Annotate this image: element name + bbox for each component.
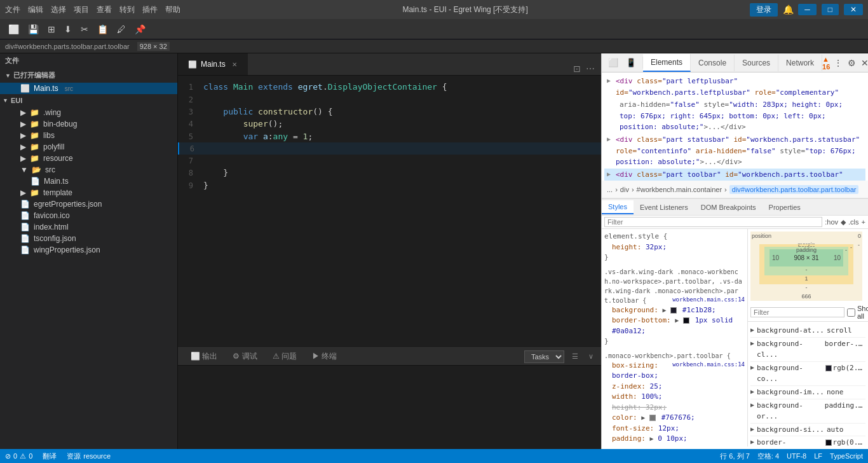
toolbar-btn-1[interactable]: ⬜: [5, 23, 22, 36]
devtools-settings-btn[interactable]: ⚙: [846, 57, 857, 69]
sidebar-file-index[interactable]: 📄 index.html: [0, 221, 177, 233]
prop-expand-7[interactable]: ▶: [750, 437, 754, 446]
devtools-tab-sources[interactable]: Sources: [735, 55, 778, 71]
status-language[interactable]: TypeScript: [830, 452, 863, 461]
maximize-button[interactable]: □: [822, 4, 839, 15]
menu-help[interactable]: 帮助: [165, 4, 180, 15]
bottom-tab-terminal[interactable]: ▶ 终端: [304, 349, 344, 364]
sidebar-folder-template[interactable]: ▶ 📁 template: [0, 187, 177, 198]
tasks-select[interactable]: Tasks: [524, 350, 564, 363]
login-button[interactable]: 登录: [750, 3, 778, 17]
expand-tri-padding[interactable]: ▶: [650, 435, 654, 442]
breadcrumb-item-4[interactable]: div#workbench.parts.toolbar.part.toolbar: [729, 185, 859, 194]
sidebar-open-editors[interactable]: ▼ 已打开编辑器: [0, 68, 177, 83]
menu-plugins[interactable]: 插件: [142, 4, 158, 15]
sidebar-folder-src[interactable]: ▼ 📂 src: [0, 164, 177, 176]
add-btn[interactable]: +: [862, 218, 865, 226]
status-resource[interactable]: 资源 resource: [67, 452, 111, 461]
split-editor-button[interactable]: ⊡: [572, 62, 582, 75]
prop-expand-1[interactable]: ▶: [750, 325, 754, 336]
sidebar-file-tsconfig[interactable]: 📄 tsconfig.json: [0, 233, 177, 244]
show-all-checkbox[interactable]: [847, 308, 855, 317]
expand-tri-color[interactable]: ▶: [641, 414, 645, 421]
prop-expand-6[interactable]: ▶: [750, 424, 754, 436]
html-line-2[interactable]: ▶ <div class="part statusbar" id="workbe…: [604, 134, 865, 169]
bottom-tab-output[interactable]: ⬜ 输出: [183, 349, 225, 364]
sidebar-folder-libs[interactable]: ▶ 📁 libs: [0, 130, 177, 141]
sidebar-file-egret[interactable]: 📄 egretProperties.json: [0, 198, 177, 210]
dot-btn[interactable]: ◆: [841, 218, 846, 226]
sidebar-file-favicon[interactable]: 📄 favicon.ico: [0, 210, 177, 221]
prop-expand-2[interactable]: ▶: [750, 338, 754, 361]
close-button[interactable]: ✕: [844, 4, 863, 15]
sidebar-section-file[interactable]: 文件: [0, 53, 177, 68]
prop-expand-5[interactable]: ▶: [750, 400, 754, 422]
toolbar-btn-4[interactable]: ⬇: [61, 23, 75, 36]
code-editor[interactable]: 1 class Main extends egret.DisplayObject…: [178, 76, 601, 347]
notification-icon[interactable]: 🔔: [783, 4, 793, 15]
sidebar-file-maints[interactable]: 📄 Main.ts: [0, 176, 177, 187]
menu-edit[interactable]: 编辑: [28, 4, 43, 15]
tasks-close-btn[interactable]: ∨: [586, 351, 596, 362]
devtools-close-btn[interactable]: ✕: [860, 57, 868, 69]
tab-close-icon[interactable]: ✕: [232, 61, 237, 68]
breadcrumb-item-3[interactable]: #workbench.main.container: [637, 186, 722, 193]
sidebar-folder-polyfill[interactable]: ▶ 📁 polyfill: [0, 141, 177, 153]
minimize-button[interactable]: ─: [798, 4, 817, 15]
hov-btn[interactable]: :hov: [825, 218, 838, 226]
html-line-3[interactable]: ▶ <div class="part toolbar" id="workbenc…: [604, 169, 865, 181]
styles-filter-input[interactable]: [604, 217, 822, 227]
styles-tab-styles[interactable]: Styles: [602, 200, 634, 214]
devtools-tab-network[interactable]: Network: [778, 55, 822, 71]
tasks-action-btn[interactable]: ☰: [569, 351, 581, 362]
sidebar-open-file-main[interactable]: ⬜ Main.ts src: [0, 83, 177, 94]
sidebar-folder-resource[interactable]: ▶ 📁 resource: [0, 153, 177, 164]
menu-project[interactable]: 项目: [74, 4, 89, 15]
toolbar-btn-3[interactable]: ⊞: [44, 23, 58, 36]
devtools-more-btn[interactable]: ⋮: [832, 57, 844, 69]
devtools-tab-console[interactable]: Console: [691, 55, 735, 71]
devtools-device-btn[interactable]: 📱: [623, 57, 639, 69]
css-prop-fontsize-val: 12px;: [658, 424, 679, 432]
sidebar-file-wingprops[interactable]: 📄 wingProperties.json: [0, 244, 177, 256]
status-translate[interactable]: 翻译: [43, 452, 57, 461]
status-line-ending[interactable]: LF: [814, 452, 822, 461]
expand-tri-border[interactable]: ▶: [675, 317, 679, 324]
toolbar-btn-edit[interactable]: 🖊: [114, 23, 129, 36]
devtools-inspect-btn[interactable]: ⬜: [606, 57, 621, 69]
styles-tab-event[interactable]: Event Listeners: [634, 201, 695, 214]
menu-view[interactable]: 查看: [97, 4, 112, 15]
status-encoding[interactable]: UTF-8: [787, 452, 806, 461]
bm-border-val: -: [850, 244, 852, 251]
breadcrumb-item-2[interactable]: div: [620, 186, 629, 193]
menu-goto[interactable]: 转到: [119, 4, 135, 15]
properties-filter-input[interactable]: [750, 307, 844, 317]
menu-file[interactable]: 文件: [5, 4, 20, 15]
bottom-tab-debug[interactable]: ⚙ 调试: [225, 349, 264, 364]
status-errors[interactable]: ⊘ 0 ⚠ 0: [5, 452, 32, 460]
more-actions-button[interactable]: ⋯: [585, 62, 596, 75]
toolbar-btn-save[interactable]: 💾: [25, 23, 42, 36]
expand-tri-bg[interactable]: ▶: [662, 307, 666, 314]
cls-btn[interactable]: .cls: [848, 218, 859, 226]
sidebar-eui-section[interactable]: ▼ EUI: [0, 94, 177, 107]
devtools-tab-elements[interactable]: Elements: [643, 54, 691, 72]
prop-name-6: background-si...: [757, 424, 824, 436]
styles-tab-dom[interactable]: DOM Breakpoints: [695, 201, 763, 214]
prop-expand-4[interactable]: ▶: [750, 387, 754, 398]
bottom-tab-problems[interactable]: ⚠ 问题: [265, 349, 304, 364]
status-position[interactable]: 行 6, 列 7: [720, 452, 749, 461]
editor-tab-main[interactable]: ⬜ Main.ts ✕: [178, 53, 248, 75]
prop-expand-3[interactable]: ▶: [750, 363, 754, 385]
styles-tab-props[interactable]: Properties: [763, 201, 807, 214]
bm-padding-top: -: [845, 247, 847, 253]
html-line-1[interactable]: ▶ <div class="part leftplusbar" id="work…: [604, 75, 865, 99]
sidebar-folder-wing[interactable]: ▶ 📁 .wing: [0, 107, 177, 118]
toolbar-btn-cut[interactable]: ✂: [78, 23, 92, 36]
toolbar-btn-pin[interactable]: 📌: [132, 23, 149, 36]
breadcrumb-item-1[interactable]: ...: [607, 186, 613, 193]
toolbar-btn-paste[interactable]: 📋: [94, 23, 111, 36]
sidebar-folder-bin[interactable]: ▶ 📁 bin-debug: [0, 118, 177, 130]
status-spaces[interactable]: 空格: 4: [757, 452, 779, 461]
menu-select[interactable]: 选择: [51, 4, 66, 15]
